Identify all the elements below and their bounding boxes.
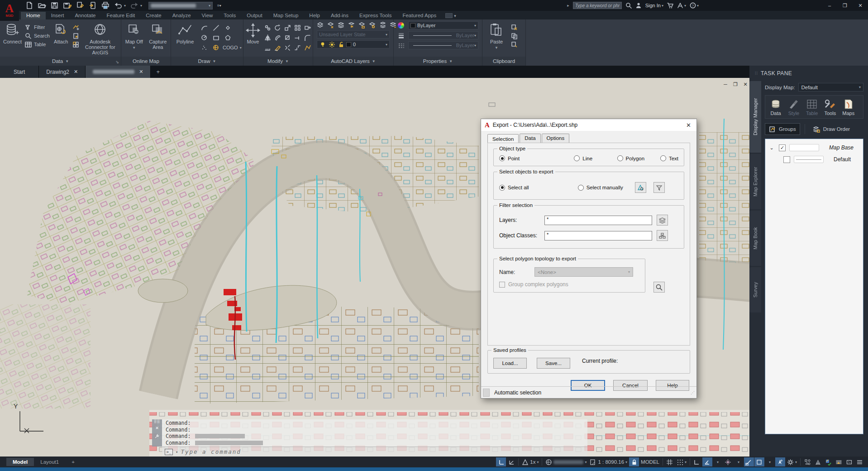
command-input-placeholder[interactable]: Type a command [181, 448, 241, 455]
data-panel-launcher-icon[interactable]: ⇘ [115, 60, 119, 64]
capture-area-button[interactable]: Capture Area [147, 21, 169, 57]
window-maximize-button[interactable]: ❐ [839, 0, 851, 10]
graphics-performance-icon[interactable] [834, 457, 844, 466]
polygon-icon[interactable] [223, 33, 233, 43]
tree-row-map-base[interactable]: ⌄ ✓ Map Base [768, 142, 860, 154]
search-expand-icon[interactable]: ▸ [567, 3, 569, 8]
arcgis-connector-button[interactable]: Autodesk Connector for ArcGIS [81, 21, 119, 57]
data-panel-label[interactable]: Data▼⇘ [0, 57, 121, 66]
object-snap-tracking-icon[interactable] [723, 457, 733, 466]
isolate-objects-icon[interactable] [802, 457, 812, 466]
import-icon[interactable] [72, 32, 80, 39]
cut-icon[interactable] [510, 24, 518, 31]
modify-panel-label[interactable]: Modify▼ [243, 57, 313, 66]
search-icon[interactable] [625, 2, 632, 9]
radio-text[interactable]: Text [660, 155, 678, 161]
join-icon[interactable] [292, 43, 302, 53]
task-pane-grip-icon[interactable]: ⁞⁞ [755, 71, 758, 76]
annotation-visibility-icon[interactable] [823, 457, 833, 466]
ribbon-tab-annotate[interactable]: Annotate [69, 12, 101, 19]
rectangle-icon[interactable] [211, 33, 221, 43]
create-object-data-icon[interactable] [72, 24, 80, 31]
layer-match-icon[interactable] [369, 21, 376, 29]
move-button[interactable]: Move [245, 21, 261, 57]
save-button[interactable]: Save... [537, 358, 570, 369]
attach-button[interactable]: Attach [52, 21, 71, 57]
grid-display-icon[interactable] [665, 457, 675, 466]
scale-icon[interactable] [282, 23, 292, 33]
command-window-grip[interactable]: ⣿⣿ ✕ [152, 419, 162, 447]
filter-button[interactable]: Filter [25, 24, 50, 31]
close-tab-icon[interactable]: ✕ [139, 69, 143, 75]
task-pane-header[interactable]: ⁞⁞ TASK PANE [749, 66, 868, 79]
search-table-button[interactable]: Search [25, 32, 50, 39]
save-as-icon[interactable] [63, 2, 72, 9]
sign-in-label[interactable]: Sign In [645, 3, 661, 8]
share-icon[interactable] [89, 2, 97, 9]
linetype-dropdown[interactable]: ByLayer▾ [408, 41, 478, 49]
map-base-checkbox[interactable]: ✓ [779, 144, 786, 151]
open-file-icon[interactable] [38, 2, 46, 9]
ribbon-tab-create[interactable]: Create [140, 12, 167, 19]
tab-display-manager[interactable]: Display Manager [749, 81, 761, 153]
tab-survey[interactable]: Survey [749, 267, 761, 312]
default-checkbox[interactable] [783, 156, 790, 163]
app-store-cart-icon[interactable] [667, 2, 673, 9]
group-complex-polygons-checkbox[interactable] [499, 282, 505, 288]
selection-window-icon[interactable] [754, 457, 764, 466]
topology-name-dropdown[interactable]: <None>▾ [534, 267, 633, 277]
match-properties-icon[interactable] [510, 41, 518, 48]
autodesk-dropdown-icon[interactable]: ▾ [684, 4, 686, 8]
groups-button[interactable]: Groups [765, 123, 800, 135]
tab-map-explorer[interactable]: Map Explorer [749, 154, 761, 209]
array-icon[interactable] [292, 23, 302, 33]
lock-icon[interactable] [629, 457, 639, 466]
ribbon-tab-featured-apps[interactable]: Featured Apps [397, 12, 442, 19]
close-tab-icon[interactable]: ✕ [74, 69, 78, 75]
map-scale-button[interactable]: 1 : 8090.16▾ [588, 457, 629, 466]
dynamic-ucs-icon[interactable] [506, 457, 516, 466]
explode-icon[interactable] [282, 43, 292, 53]
command-close-icon[interactable]: ✕ [156, 425, 159, 431]
current-drawing-title[interactable]: ▾ [148, 2, 213, 10]
save-icon[interactable] [51, 2, 59, 9]
copy-clip-icon[interactable] [510, 32, 518, 39]
model-tab[interactable]: Model [6, 458, 34, 466]
undo-dropdown-icon[interactable]: ▾ [124, 4, 126, 8]
ribbon-tab-tools[interactable]: Tools [218, 12, 241, 19]
object-snap-icon[interactable] [744, 457, 754, 466]
display-map-dropdown[interactable]: Default▾ [798, 83, 863, 91]
redo-icon[interactable] [130, 2, 138, 9]
wrench-icon[interactable] [154, 433, 160, 441]
layer-off-icon[interactable] [327, 21, 334, 29]
help-icon[interactable]: ? [690, 2, 696, 9]
chevron-down-icon[interactable]: ⌄ [768, 145, 775, 151]
rotate-icon[interactable] [272, 23, 282, 33]
annotation-warning-icon[interactable] [813, 457, 823, 466]
paste-button[interactable]: Paste▼ [484, 21, 509, 57]
object-color-dropdown[interactable]: ByLayer▾ [408, 21, 478, 29]
layers-panel-label[interactable]: AutoCAD Layers▼ [313, 57, 393, 66]
clean-screen-icon[interactable] [844, 457, 854, 466]
layer-lock-icon[interactable] [358, 21, 365, 29]
layer-isolate-icon[interactable] [338, 21, 344, 29]
polar-dropdown-icon[interactable]: ▾ [713, 457, 723, 466]
redo-dropdown-icon[interactable]: ▾ [140, 4, 142, 8]
tp-tools-button[interactable]: Tools [824, 99, 836, 116]
otrack-dropdown-icon[interactable]: ▾ [734, 457, 744, 466]
measure-icon[interactable] [262, 43, 272, 53]
select-objects-button[interactable] [635, 182, 646, 193]
vp-restore-icon[interactable]: ❐ [732, 82, 739, 87]
dialog-titlebar[interactable]: A Export - C:\Users\Ada\..\Export.shp ✕ [481, 119, 696, 131]
ribbon-tab-map-setup[interactable]: Map Setup [268, 12, 304, 19]
vp-close-icon[interactable]: ✕ [742, 82, 749, 87]
model-space-indicator[interactable]: MODEL [639, 457, 661, 466]
tab-start[interactable]: Start [0, 66, 39, 78]
ribbon-tab-insert[interactable]: Insert [46, 12, 70, 19]
point-icon[interactable] [223, 23, 233, 33]
radio-polygon[interactable]: Polygon [617, 155, 660, 161]
command-recent-dropdown-icon[interactable]: ▾ [176, 450, 178, 454]
table-button[interactable]: Table [25, 41, 50, 48]
arc-icon[interactable] [199, 23, 209, 33]
dialog-tab-options[interactable]: Options [542, 134, 570, 143]
